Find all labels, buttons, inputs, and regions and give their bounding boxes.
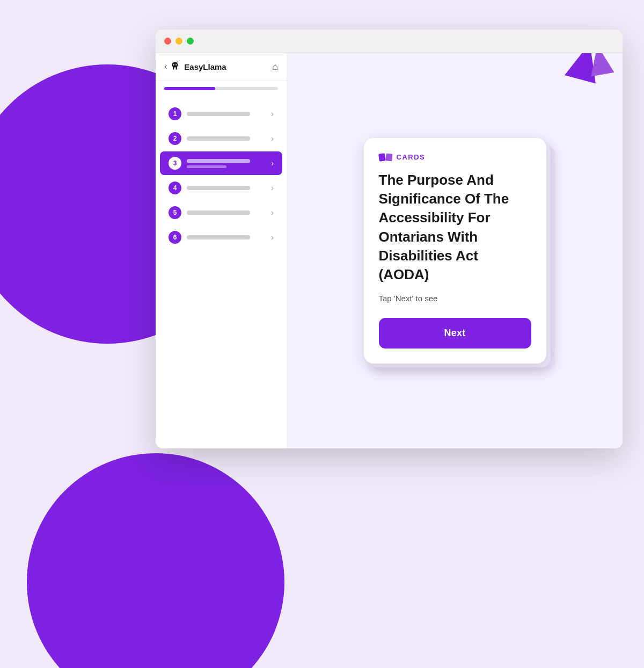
llama-icon [169,61,181,72]
sidebar-header-left: ‹ EasyLlama [164,61,226,72]
sidebar-item-2[interactable]: 2 › [160,127,282,150]
nav-label-bar-1 [187,112,250,116]
back-button[interactable]: ‹ [164,62,167,71]
progress-bar-fill [164,87,215,90]
nav-label-2 [187,136,266,141]
progress-bar-background [164,87,278,90]
svg-point-2 [175,64,177,66]
nav-number-3: 3 [169,157,181,170]
sidebar-item-6[interactable]: 6 › [160,226,282,249]
nav-label-bar-2 [187,136,250,141]
nav-label-3 [187,159,266,168]
browser-titlebar [156,30,623,53]
nav-sub-bar-3 [187,165,226,168]
nav-chevron-2: › [271,134,274,143]
next-button[interactable]: Next [379,318,531,348]
nav-number-5: 5 [169,206,181,219]
traffic-light-green[interactable] [187,38,194,45]
sidebar: ‹ EasyLlama ⌂ [156,53,287,448]
sidebar-item-3[interactable]: 3 › [160,151,282,175]
traffic-light-yellow[interactable] [175,38,182,45]
browser-window: ‹ EasyLlama ⌂ [156,30,623,448]
nav-label-5 [187,210,266,215]
nav-label-bar-5 [187,210,250,215]
card-title: The Purpose And Significance Of The Acce… [379,171,531,284]
nav-chevron-4: › [271,184,274,192]
card-label-row: CARDS [379,153,531,161]
background-blob-bottom [27,453,284,668]
card-subtitle: Tap 'Next' to see [379,294,531,303]
card-stack: CARDS The Purpose And Significance Of Th… [364,138,546,364]
svg-point-1 [173,64,174,66]
nav-number-6: 6 [169,231,181,244]
nav-chevron-5: › [271,208,274,217]
card-icon-1 [378,153,386,162]
triangle-deco-inner [580,53,612,85]
nav-label-1 [187,112,266,116]
sidebar-nav: 1 › 2 › 3 [156,97,287,448]
nav-chevron-3: › [271,159,274,168]
home-icon[interactable]: ⌂ [272,61,278,72]
sidebar-header: ‹ EasyLlama ⌂ [156,53,287,81]
nav-number-1: 1 [169,107,181,120]
nav-label-6 [187,235,266,239]
main-card: CARDS The Purpose And Significance Of Th… [364,138,546,364]
main-content: CARDS The Purpose And Significance Of Th… [287,53,623,448]
nav-label-bar-4 [187,186,250,190]
card-section-label: CARDS [397,153,426,161]
nav-label-bar-6 [187,235,250,239]
nav-number-4: 4 [169,181,181,194]
nav-number-2: 2 [169,132,181,145]
app-name: EasyLlama [184,62,226,71]
logo-area: EasyLlama [169,61,226,72]
nav-chevron-6: › [271,233,274,242]
sidebar-item-1[interactable]: 1 › [160,102,282,126]
nav-chevron-1: › [271,110,274,118]
card-icon-2 [385,153,392,161]
nav-label-4 [187,186,266,190]
sidebar-item-5[interactable]: 5 › [160,201,282,224]
traffic-light-red[interactable] [164,38,171,45]
cards-icon [379,154,392,161]
nav-label-bar-3 [187,159,250,163]
sidebar-item-4[interactable]: 4 › [160,176,282,200]
sidebar-progress [156,81,287,97]
triangle-piece-2 [586,53,614,76]
browser-content: ‹ EasyLlama ⌂ [156,53,623,448]
